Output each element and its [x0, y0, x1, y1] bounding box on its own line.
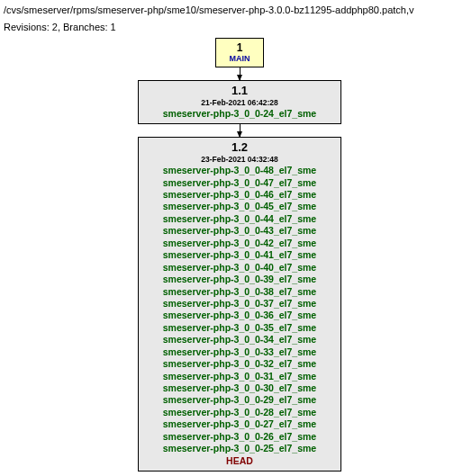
revision-tag: smeserver-php-3_0_0-24_el7_sme	[146, 108, 333, 120]
branch-number: 1	[223, 41, 256, 54]
revision-tag: smeserver-php-3_0_0-44_el7_sme	[146, 213, 333, 225]
revision-tag: smeserver-php-3_0_0-37_el7_sme	[146, 298, 333, 310]
revision-tag: smeserver-php-3_0_0-31_el7_sme	[146, 371, 333, 382]
revision-tag: smeserver-php-3_0_0-48_el7_sme	[146, 165, 333, 176]
revision-tag: smeserver-php-3_0_0-32_el7_sme	[146, 358, 333, 370]
revision-tag: smeserver-php-3_0_0-41_el7_sme	[146, 249, 333, 261]
revision-tag: smeserver-php-3_0_0-39_el7_sme	[146, 274, 333, 285]
revision-version: 1.2	[146, 140, 333, 154]
revision-tag: smeserver-php-3_0_0-33_el7_sme	[146, 346, 333, 358]
branch-main-node: 1 MAIN	[215, 38, 264, 67]
revision-tag: smeserver-php-3_0_0-46_el7_sme	[146, 189, 333, 201]
revision-version: 1.1	[146, 84, 333, 97]
revision-head-label: HEAD	[146, 455, 333, 467]
revision-tree: 1 MAIN 1.1 21-Feb-2021 06:42:28 smeserve…	[4, 38, 472, 472]
revision-tags: smeserver-php-3_0_0-48_el7_smesmeserver-…	[146, 165, 333, 455]
revision-date: 23-Feb-2021 04:32:48	[146, 155, 333, 164]
revision-1-1-node: 1.1 21-Feb-2021 06:42:28 smeserver-php-3…	[138, 80, 341, 124]
revision-tag: smeserver-php-3_0_0-47_el7_sme	[146, 177, 333, 189]
revision-date: 21-Feb-2021 06:42:28	[146, 98, 333, 107]
revision-tag: smeserver-php-3_0_0-42_el7_sme	[146, 238, 333, 249]
revision-tag: smeserver-php-3_0_0-34_el7_sme	[146, 334, 333, 346]
header-path: /cvs/smeserver/rpms/smeserver-php/sme10/…	[4, 4, 472, 17]
revision-tag: smeserver-php-3_0_0-36_el7_sme	[146, 310, 333, 321]
revision-tag: smeserver-php-3_0_0-43_el7_sme	[146, 225, 333, 237]
revision-tag: smeserver-php-3_0_0-28_el7_sme	[146, 407, 333, 418]
branch-label: MAIN	[223, 54, 256, 63]
revision-tag: smeserver-php-3_0_0-25_el7_sme	[146, 443, 333, 454]
revision-1-2-node: 1.2 23-Feb-2021 04:32:48 smeserver-php-3…	[138, 137, 341, 472]
revision-tag: smeserver-php-3_0_0-35_el7_sme	[146, 322, 333, 334]
revision-tag: smeserver-php-3_0_0-40_el7_sme	[146, 262, 333, 274]
connector-arrow	[240, 67, 241, 80]
header-stats: Revisions: 2, Branches: 1	[4, 21, 472, 34]
revision-tag: smeserver-php-3_0_0-45_el7_sme	[146, 201, 333, 212]
revision-tag: smeserver-php-3_0_0-27_el7_sme	[146, 418, 333, 430]
revision-tags: smeserver-php-3_0_0-24_el7_sme	[146, 108, 333, 120]
revision-tag: smeserver-php-3_0_0-30_el7_sme	[146, 382, 333, 394]
connector-arrow	[240, 124, 241, 137]
revision-tag: smeserver-php-3_0_0-26_el7_sme	[146, 431, 333, 443]
revision-tag: smeserver-php-3_0_0-38_el7_sme	[146, 286, 333, 298]
revision-tag: smeserver-php-3_0_0-29_el7_sme	[146, 394, 333, 406]
